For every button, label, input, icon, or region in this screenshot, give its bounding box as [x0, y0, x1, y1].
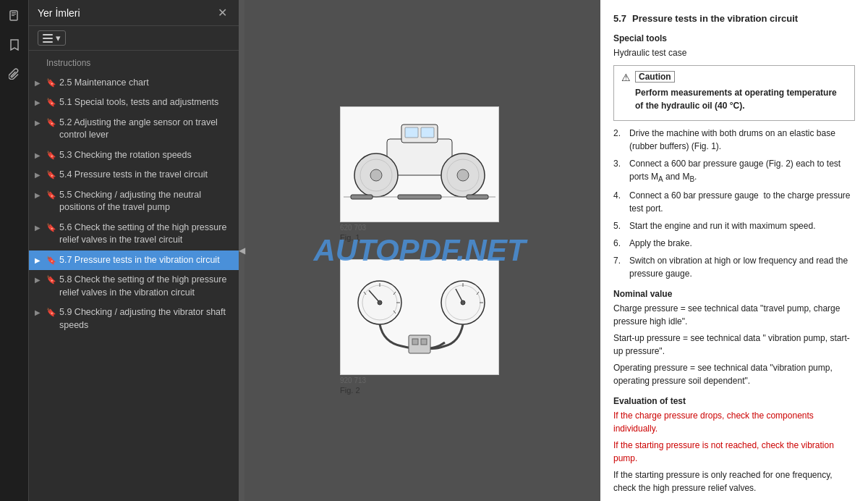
- sidebar-item-instructions[interactable]: Instructions: [29, 54, 239, 73]
- document-page: 620 703 Fig. 1: [239, 0, 600, 501]
- chevron-right-icon: ▶: [35, 256, 43, 266]
- sidebar-item-5-4[interactable]: ▶ 🔖 5.4 Pressure tests in the travel cir…: [29, 165, 239, 185]
- toolbar-dropdown-arrow: ▾: [56, 33, 61, 43]
- step-2: 2. Drive the machine with both drums on …: [613, 127, 855, 153]
- sidebar-item-label: 5.5 Checking / adjusting the neutral pos…: [59, 189, 233, 214]
- svg-rect-6: [43, 41, 53, 43]
- step-3: 3. Connect a 600 bar pressure gauge (Fig…: [613, 157, 855, 185]
- sidebar-toolbar: ▾: [29, 26, 239, 51]
- chevron-right-icon: ▶: [35, 275, 43, 285]
- section-number: 5.7: [613, 12, 626, 26]
- resize-handle[interactable]: ◀: [239, 0, 244, 501]
- chevron-right-icon: ▶: [35, 170, 43, 180]
- sidebar-header: Yer İmleri ✕: [29, 0, 239, 26]
- chevron-right-icon: ▶: [35, 223, 43, 233]
- evaluation-line-2: If the starting pressure is not reached,…: [613, 439, 855, 465]
- figure-2-number-label: 920 713: [340, 376, 499, 384]
- bookmark-icon: 🔖: [46, 274, 56, 285]
- chevron-right-icon: ▶: [35, 190, 43, 201]
- sidebar-item-5-6[interactable]: ▶ 🔖 5.6 Check the setting of the high pr…: [29, 218, 239, 250]
- sidebar-item-5-2[interactable]: ▶ 🔖 5.2 Adjusting the angle sensor on tr…: [29, 113, 239, 146]
- caution-box: ⚠ Caution Perform measurements at operat…: [613, 65, 855, 121]
- svg-rect-1: [12, 12, 16, 13]
- chevron-right-icon: ▶: [35, 118, 43, 128]
- evaluation-line-3: If the starting pressure is only reached…: [613, 468, 855, 494]
- sidebar-item-label: 5.2 Adjusting the angle sensor on travel…: [59, 117, 233, 142]
- sidebar-item-5-8[interactable]: ▶ 🔖 5.8 Check the setting of the high pr…: [29, 270, 239, 303]
- chevron-right-icon: ▶: [35, 78, 43, 88]
- sidebar-item-label: 5.7 Pressure tests in the vibration circ…: [59, 254, 233, 267]
- svg-rect-2: [12, 14, 16, 14]
- bookmark-nav-icon[interactable]: [4, 35, 25, 55]
- figure-1-caption: Fig. 1: [340, 233, 499, 242]
- step-4-number: 4.: [613, 189, 625, 202]
- sidebar-title: Yer İmleri: [38, 7, 80, 19]
- bookmark-icon: 🔖: [46, 255, 56, 266]
- chevron-right-icon: ▶: [35, 151, 43, 161]
- resize-arrow: ◀: [239, 245, 245, 256]
- svg-point-33: [461, 300, 465, 305]
- svg-rect-5: [43, 38, 53, 39]
- right-content-panel: 5.7 Pressure tests in the vibration circ…: [600, 0, 868, 501]
- sidebar-list: Instructions ▶ 🔖 2.5 Maintenance chart ▶…: [29, 51, 239, 501]
- step-3-number: 3.: [613, 157, 625, 170]
- left-icon-panel: [0, 0, 29, 501]
- bookmark-icon: 🔖: [46, 150, 56, 161]
- svg-rect-9: [405, 127, 418, 138]
- sidebar-toolbar-button[interactable]: ▾: [38, 30, 66, 46]
- sidebar-item-2-5[interactable]: ▶ 🔖 2.5 Maintenance chart: [29, 73, 239, 93]
- sidebar-item-label: 2.5 Maintenance chart: [59, 77, 233, 90]
- svg-rect-20: [467, 195, 488, 199]
- sidebar-item-label: 5.3 Checking the rotation speeds: [59, 149, 233, 162]
- bookmark-icon: 🔖: [46, 117, 56, 128]
- svg-point-16: [457, 169, 469, 181]
- evaluation-line-1: If the charge pressure drops, check the …: [613, 409, 855, 435]
- svg-rect-3: [12, 15, 14, 16]
- nominal-line-2: Start-up pressure = see technical data "…: [613, 332, 855, 358]
- sidebar-close-button[interactable]: ✕: [215, 6, 230, 20]
- svg-rect-38: [412, 339, 418, 345]
- svg-rect-39: [421, 339, 427, 345]
- step-4: 4. Connect a 60 bar pressure gauge to th…: [613, 189, 855, 215]
- svg-rect-4: [43, 34, 53, 35]
- svg-point-24: [378, 300, 382, 305]
- step-5-text: Start the engine and run it with maximum…: [629, 219, 815, 232]
- nominal-line-3: Operating pressure = see technical data …: [613, 361, 855, 387]
- svg-rect-18: [351, 195, 373, 199]
- sidebar-item-5-7[interactable]: ▶ 🔖 5.7 Pressure tests in the vibration …: [29, 250, 239, 271]
- nominal-value-label: Nominal value: [613, 287, 855, 300]
- section-heading: 5.7 Pressure tests in the vibration circ…: [613, 12, 855, 26]
- attachment-icon[interactable]: [4, 64, 25, 84]
- figure-1: [340, 106, 499, 222]
- pages-icon[interactable]: [4, 6, 25, 26]
- step-6-text: Apply the brake.: [629, 237, 692, 250]
- caution-text: Perform measurements at operating temper…: [635, 86, 847, 112]
- sidebar-item-label: 5.1 Special tools, tests and adjustments: [59, 96, 233, 109]
- bookmark-icon: 🔖: [46, 77, 56, 88]
- step-2-text: Drive the machine with both drums on an …: [629, 127, 855, 153]
- step-4-text: Connect a 60 bar pressure gauge to the c…: [629, 189, 855, 215]
- sidebar-item-5-5[interactable]: ▶ 🔖 5.5 Checking / adjusting the neutral…: [29, 185, 239, 218]
- special-tools-value: Hydraulic test case: [613, 46, 855, 59]
- document-viewer[interactable]: AUTOPDF.NET ◀: [239, 0, 600, 501]
- caution-label: Caution: [635, 71, 675, 83]
- figure-1-number-label: 620 703: [340, 224, 499, 232]
- step-7: 7. Switch on vibration at high or low fr…: [613, 254, 855, 280]
- svg-point-13: [370, 169, 382, 181]
- sidebar-item-label: 5.8 Check the setting of the high pressu…: [59, 274, 233, 299]
- sidebar-item-label: 5.6 Check the setting of the high pressu…: [59, 222, 233, 247]
- svg-rect-19: [398, 195, 441, 199]
- sidebar-item-label: 5.4 Pressure tests in the travel circuit: [59, 169, 233, 182]
- step-5-number: 5.: [613, 219, 625, 232]
- figure-2-caption: Fig. 2: [340, 386, 499, 395]
- section-title: Pressure tests in the vibration circuit: [632, 12, 798, 26]
- figure-2: [340, 259, 499, 375]
- step-6: 6. Apply the brake.: [613, 237, 855, 250]
- sidebar-item-5-9[interactable]: ▶ 🔖 5.9 Checking / adjusting the vibrato…: [29, 303, 239, 335]
- sidebar-item-5-3[interactable]: ▶ 🔖 5.3 Checking the rotation speeds: [29, 146, 239, 166]
- bookmark-icon: 🔖: [46, 169, 56, 180]
- sidebar: Yer İmleri ✕ ▾ Instructions ▶ 🔖 2.5 Main…: [29, 0, 239, 501]
- evaluation-label: Evaluation of test: [613, 395, 855, 408]
- sidebar-item-5-1[interactable]: ▶ 🔖 5.1 Special tools, tests and adjustm…: [29, 93, 239, 113]
- sidebar-item-label: 5.9 Checking / adjusting the vibrator sh…: [59, 306, 233, 332]
